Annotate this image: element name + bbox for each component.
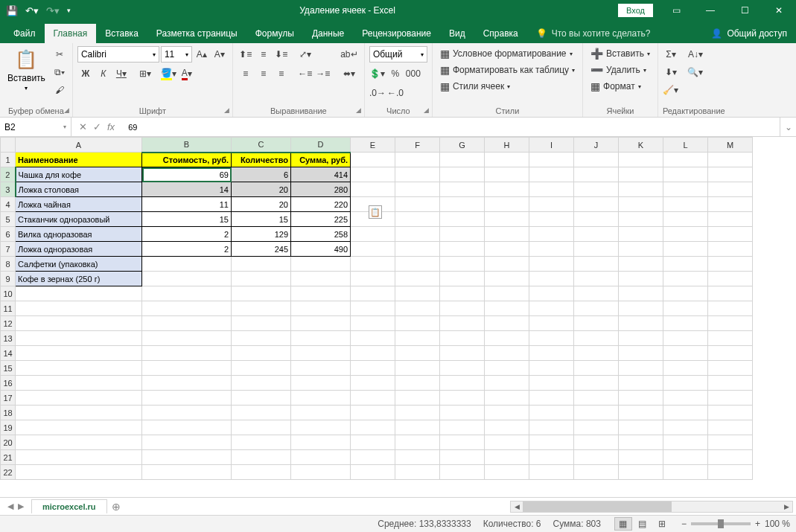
cell-G6[interactable] [440, 227, 485, 242]
cell-C21[interactable] [232, 450, 291, 465]
cell-F20[interactable] [395, 435, 440, 450]
cell-D8[interactable] [291, 257, 351, 272]
row-header-22[interactable]: 22 [1, 465, 16, 480]
cell-C4[interactable]: 20 [232, 197, 291, 212]
cell-J16[interactable] [574, 376, 619, 391]
cell-C19[interactable] [232, 420, 291, 435]
cell-I14[interactable] [529, 346, 574, 361]
cell-G4[interactable] [440, 197, 485, 212]
col-header-G[interactable]: G [440, 138, 485, 153]
cell-H9[interactable] [485, 272, 529, 286]
cell-J13[interactable] [574, 331, 619, 346]
minimize-button[interactable]: — [693, 0, 727, 21]
font-dialog-launcher[interactable]: ◢ [224, 106, 229, 114]
format-painter-button[interactable]: 🖌 [51, 82, 68, 98]
cell-B7[interactable]: 2 [142, 242, 232, 257]
cell-M18[interactable] [708, 406, 753, 420]
fill-color-button[interactable]: 🪣▾ [161, 65, 177, 82]
increase-indent-button[interactable]: →≡ [315, 65, 331, 82]
cell-F22[interactable] [395, 465, 440, 480]
cell-K16[interactable] [619, 376, 663, 391]
tab-pagelayout[interactable]: Разметка страницы [147, 24, 246, 43]
cell-M14[interactable] [708, 346, 753, 361]
tab-formulas[interactable]: Формулы [246, 24, 303, 43]
align-center-button[interactable]: ≡ [255, 65, 272, 82]
cell-B3[interactable]: 14 [142, 182, 232, 197]
cell-I15[interactable] [529, 361, 574, 376]
cell-G9[interactable] [440, 272, 485, 286]
cell-F10[interactable] [395, 286, 440, 301]
cell-H15[interactable] [485, 361, 529, 376]
font-size-select[interactable]: 11▾ [161, 46, 192, 63]
cell-E7[interactable] [351, 242, 395, 257]
cell-K1[interactable] [619, 153, 663, 167]
sheet-tab[interactable]: microexcel.ru [31, 499, 107, 513]
cell-D16[interactable] [291, 376, 351, 391]
col-header-F[interactable]: F [395, 138, 440, 153]
cell-L5[interactable] [663, 212, 708, 227]
increase-decimal-button[interactable]: .0→ [369, 85, 386, 101]
cell-F7[interactable] [395, 242, 440, 257]
cell-E18[interactable] [351, 406, 395, 420]
cell-L10[interactable] [663, 286, 708, 301]
cell-K18[interactable] [619, 406, 663, 420]
cell-A1[interactable]: Наименование [16, 153, 142, 167]
cell-D6[interactable]: 258 [291, 227, 351, 242]
cell-J1[interactable] [574, 153, 619, 167]
cell-F1[interactable] [395, 153, 440, 167]
cell-A12[interactable] [16, 316, 142, 331]
cell-A22[interactable] [16, 465, 142, 480]
cell-F14[interactable] [395, 346, 440, 361]
cell-K19[interactable] [619, 420, 663, 435]
add-sheet-button[interactable]: ⊕ [107, 501, 125, 513]
cell-B9[interactable] [142, 272, 232, 286]
maximize-button[interactable]: ☐ [727, 0, 762, 21]
cell-F5[interactable] [395, 212, 440, 227]
decrease-font-button[interactable]: A▾ [211, 46, 228, 63]
cell-K12[interactable] [619, 316, 663, 331]
cell-L12[interactable] [663, 316, 708, 331]
cell-G5[interactable] [440, 212, 485, 227]
cell-H20[interactable] [485, 435, 529, 450]
cell-G21[interactable] [440, 450, 485, 465]
row-header-4[interactable]: 4 [1, 197, 16, 212]
number-dialog-launcher[interactable]: ◢ [424, 106, 429, 114]
cell-B8[interactable] [142, 257, 232, 272]
cell-F6[interactable] [395, 227, 440, 242]
close-button[interactable]: ✕ [762, 0, 796, 21]
cell-D17[interactable] [291, 391, 351, 406]
cell-C14[interactable] [232, 346, 291, 361]
cell-G14[interactable] [440, 346, 485, 361]
cell-I21[interactable] [529, 450, 574, 465]
cell-A2[interactable]: Чашка для кофе [16, 167, 142, 182]
cell-L11[interactable] [663, 301, 708, 316]
cell-A5[interactable]: Стаканчик одноразовый [16, 212, 142, 227]
alignment-dialog-launcher[interactable]: ◢ [356, 106, 361, 114]
cell-I9[interactable] [529, 272, 574, 286]
tab-view[interactable]: Вид [440, 24, 474, 43]
cell-E16[interactable] [351, 376, 395, 391]
cell-B12[interactable] [142, 316, 232, 331]
cell-B14[interactable] [142, 346, 232, 361]
cell-I18[interactable] [529, 406, 574, 420]
cell-M15[interactable] [708, 361, 753, 376]
cell-E3[interactable] [351, 182, 395, 197]
merge-button[interactable]: ⬌▾ [339, 65, 360, 82]
cell-G10[interactable] [440, 286, 485, 301]
cell-G3[interactable] [440, 182, 485, 197]
cell-J8[interactable] [574, 257, 619, 272]
cell-C22[interactable] [232, 465, 291, 480]
cell-D5[interactable]: 225 [291, 212, 351, 227]
cell-L4[interactable] [663, 197, 708, 212]
cell-H6[interactable] [485, 227, 529, 242]
cell-A16[interactable] [16, 376, 142, 391]
cell-I10[interactable] [529, 286, 574, 301]
cell-F15[interactable] [395, 361, 440, 376]
col-header-D[interactable]: D [291, 138, 351, 153]
cell-D3[interactable]: 280 [291, 182, 351, 197]
clear-button[interactable]: 🧹▾ [663, 82, 679, 98]
cell-J14[interactable] [574, 346, 619, 361]
cell-J20[interactable] [574, 435, 619, 450]
paste-button[interactable]: 📋 Вставить ▾ [4, 46, 48, 93]
col-header-K[interactable]: K [619, 138, 663, 153]
